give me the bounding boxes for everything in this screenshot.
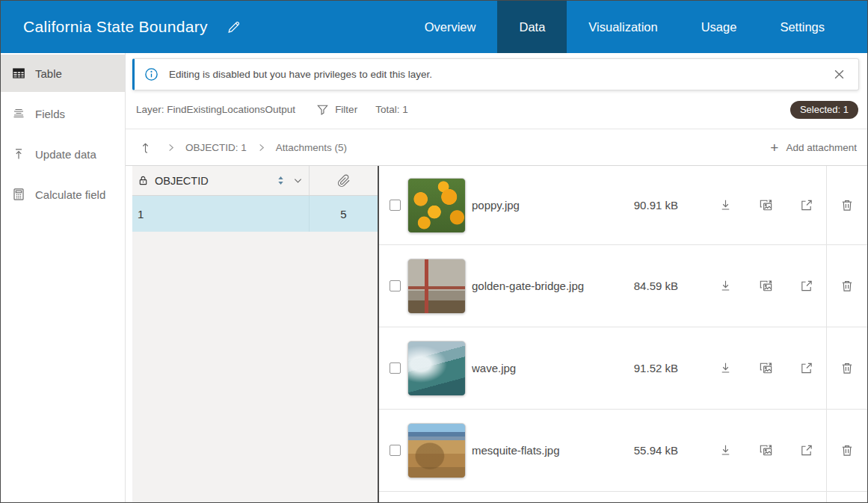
update-attachment-icon [758,278,774,294]
nav-tabs: OverviewDataVisualizationUsageSettings [403,1,846,53]
up-one-level-icon [139,141,152,155]
attachment-filename: wave.jpg [472,362,516,374]
sidebar-item-label: Calculate field [35,188,105,201]
trash-icon [840,443,854,457]
cell-attachment-count: 5 [309,196,378,232]
breadcrumb-item-objectid[interactable]: OBJECTID: 1 [185,142,247,153]
delete-attachment-button[interactable] [834,356,860,381]
close-icon [834,69,845,80]
open-attachment-button[interactable] [793,356,819,381]
attachment-thumbnail[interactable] [407,341,466,396]
open-attachment-icon [799,361,813,375]
plus-icon: + [770,141,778,155]
delete-attachment-button[interactable] [834,438,860,463]
open-attachment-icon [799,443,813,457]
page-title: California State Boundary [23,18,208,36]
attachment-checkbox[interactable] [390,445,401,456]
table-panel: OBJECTID [132,166,378,502]
attachment-size: 91.52 kB [615,362,678,374]
app-window: California State Boundary OverviewDataVi… [0,0,868,503]
download-button[interactable] [712,193,738,218]
cell-objectid: 1 [132,196,309,232]
column-header-objectid[interactable]: OBJECTID [132,166,309,195]
selected-badge[interactable]: Selected: 1 [790,101,858,119]
chevron-right-icon [257,144,265,152]
tab-usage[interactable]: Usage [680,1,759,53]
open-attachment-icon [799,198,813,212]
open-attachment-button[interactable] [793,274,819,299]
fields-icon [10,106,26,122]
delete-attachment-button[interactable] [834,274,860,299]
add-attachment-button[interactable]: + Add attachment [770,141,857,155]
breadcrumb-item-attachments: Attachments (5) [276,142,347,153]
attachment-column-header[interactable] [309,166,378,195]
sidebar-item-update-data[interactable]: Update data [1,135,125,173]
attachment-filename: mesquite-flats.jpg [472,444,560,457]
sidebar-item-calculate-field[interactable]: Calculate field [1,176,125,213]
funnel-icon [316,103,329,116]
open-attachment-button[interactable] [793,438,819,463]
table-toolbar: Layer: FindExistingLocationsOutput Filte… [126,90,867,129]
calculator-icon [10,187,26,203]
add-attachment-label: Add attachment [786,142,857,153]
attachment-size: 55.94 kB [615,444,678,457]
update-attachment-button[interactable] [753,356,778,381]
sidebar-item-label: Fields [35,108,65,120]
download-button[interactable] [712,438,738,463]
update-attachment-button[interactable] [753,193,778,218]
attachment-checkbox[interactable] [390,200,401,211]
download-button[interactable] [712,356,738,381]
attachment-checkbox[interactable] [390,362,401,374]
update-attachment-icon [758,197,774,213]
update-attachment-button[interactable] [753,274,778,299]
edit-title-button[interactable] [226,19,241,35]
trash-icon [840,279,854,293]
sidebar-item-label: Table [35,67,62,80]
attachment-row: poppy.jpg 90.91 kB [379,166,867,245]
open-attachment-button[interactable] [793,193,819,218]
table-header: OBJECTID [132,166,378,196]
tab-visualization[interactable]: Visualization [567,1,679,53]
banner-message: Editing is disabled but you have privile… [169,69,432,80]
update-attachment-icon [758,442,774,458]
editing-disabled-banner: Editing is disabled but you have privile… [132,58,859,90]
attachment-thumbnail[interactable] [407,423,466,478]
attachment-filename: golden-gate-bridge.jpg [472,280,584,292]
download-icon [718,198,733,212]
table-icon [10,66,26,81]
open-attachment-icon [799,279,813,293]
filter-button[interactable]: Filter [316,103,357,116]
attachment-thumbnail[interactable] [407,259,466,314]
attachment-row: mesquite-flats.jpg 55.94 kB [379,410,867,492]
download-icon [718,361,733,375]
download-icon [718,279,733,293]
info-icon [144,67,158,81]
attachment-filename: poppy.jpg [472,199,520,212]
chevron-down-icon[interactable] [293,176,303,185]
update-attachment-button[interactable] [753,438,778,463]
sidebar-item-fields[interactable]: Fields [1,95,125,132]
pencil-icon [226,19,241,35]
banner-close-button[interactable] [831,66,848,83]
tab-overview[interactable]: Overview [403,1,498,53]
update-attachment-icon [758,360,774,376]
trash-icon [840,198,854,212]
tab-data[interactable]: Data [497,1,567,53]
download-button[interactable] [712,274,738,299]
sidebar-item-table[interactable]: Table [1,55,125,92]
attachment-thumbnail[interactable] [407,178,466,233]
sort-icon[interactable] [276,175,286,186]
table-row[interactable]: 1 5 [132,196,378,232]
attachment-checkbox[interactable] [390,280,401,291]
chevron-right-icon [167,144,175,152]
delete-attachment-button[interactable] [834,193,860,218]
up-one-level-button[interactable] [135,138,156,158]
attachments-panel: poppy.jpg 90.91 kB [379,166,867,502]
tab-settings[interactable]: Settings [758,1,846,53]
paperclip-icon [337,174,351,188]
item-header: California State Boundary OverviewDataVi… [1,1,867,53]
total-count: Total: 1 [375,104,408,115]
breadcrumb: OBJECTID: 1 Attachments (5) + Add attach… [126,129,867,166]
lock-icon [138,175,149,186]
sidebar-item-label: Update data [35,148,96,161]
